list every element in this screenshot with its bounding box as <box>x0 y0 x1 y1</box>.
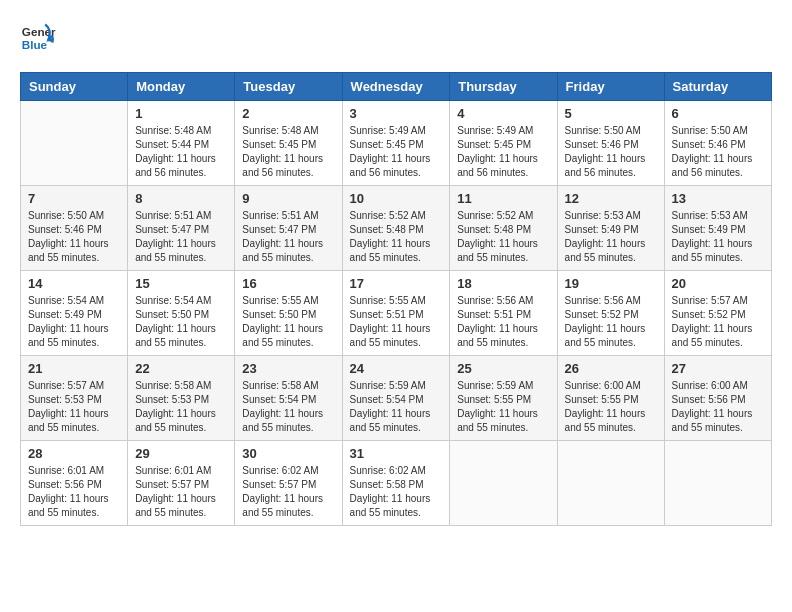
calendar-cell: 27Sunrise: 6:00 AM Sunset: 5:56 PM Dayli… <box>664 356 771 441</box>
day-info: Sunrise: 5:51 AM Sunset: 5:47 PM Dayligh… <box>242 209 334 265</box>
calendar-cell <box>557 441 664 526</box>
calendar-cell: 5Sunrise: 5:50 AM Sunset: 5:46 PM Daylig… <box>557 101 664 186</box>
calendar-cell: 21Sunrise: 5:57 AM Sunset: 5:53 PM Dayli… <box>21 356 128 441</box>
day-number: 20 <box>672 276 764 291</box>
calendar-cell: 9Sunrise: 5:51 AM Sunset: 5:47 PM Daylig… <box>235 186 342 271</box>
day-info: Sunrise: 5:59 AM Sunset: 5:55 PM Dayligh… <box>457 379 549 435</box>
day-number: 15 <box>135 276 227 291</box>
day-number: 29 <box>135 446 227 461</box>
day-info: Sunrise: 6:02 AM Sunset: 5:58 PM Dayligh… <box>350 464 443 520</box>
day-info: Sunrise: 5:57 AM Sunset: 5:53 PM Dayligh… <box>28 379 120 435</box>
day-info: Sunrise: 5:55 AM Sunset: 5:51 PM Dayligh… <box>350 294 443 350</box>
calendar-week-1: 1Sunrise: 5:48 AM Sunset: 5:44 PM Daylig… <box>21 101 772 186</box>
day-info: Sunrise: 5:48 AM Sunset: 5:44 PM Dayligh… <box>135 124 227 180</box>
calendar-cell <box>21 101 128 186</box>
logo: General Blue <box>20 20 60 56</box>
day-info: Sunrise: 5:49 AM Sunset: 5:45 PM Dayligh… <box>457 124 549 180</box>
day-info: Sunrise: 5:56 AM Sunset: 5:51 PM Dayligh… <box>457 294 549 350</box>
day-number: 19 <box>565 276 657 291</box>
day-info: Sunrise: 6:00 AM Sunset: 5:55 PM Dayligh… <box>565 379 657 435</box>
page-header: General Blue <box>20 20 772 56</box>
day-info: Sunrise: 6:01 AM Sunset: 5:56 PM Dayligh… <box>28 464 120 520</box>
calendar-week-4: 21Sunrise: 5:57 AM Sunset: 5:53 PM Dayli… <box>21 356 772 441</box>
day-number: 8 <box>135 191 227 206</box>
calendar-cell: 20Sunrise: 5:57 AM Sunset: 5:52 PM Dayli… <box>664 271 771 356</box>
calendar-cell: 10Sunrise: 5:52 AM Sunset: 5:48 PM Dayli… <box>342 186 450 271</box>
day-number: 18 <box>457 276 549 291</box>
day-number: 6 <box>672 106 764 121</box>
calendar-cell: 26Sunrise: 6:00 AM Sunset: 5:55 PM Dayli… <box>557 356 664 441</box>
day-info: Sunrise: 6:00 AM Sunset: 5:56 PM Dayligh… <box>672 379 764 435</box>
calendar-cell: 16Sunrise: 5:55 AM Sunset: 5:50 PM Dayli… <box>235 271 342 356</box>
calendar-cell: 2Sunrise: 5:48 AM Sunset: 5:45 PM Daylig… <box>235 101 342 186</box>
calendar-cell: 29Sunrise: 6:01 AM Sunset: 5:57 PM Dayli… <box>128 441 235 526</box>
calendar-cell: 31Sunrise: 6:02 AM Sunset: 5:58 PM Dayli… <box>342 441 450 526</box>
weekday-header-sunday: Sunday <box>21 73 128 101</box>
weekday-header-monday: Monday <box>128 73 235 101</box>
day-info: Sunrise: 5:50 AM Sunset: 5:46 PM Dayligh… <box>28 209 120 265</box>
day-number: 12 <box>565 191 657 206</box>
day-info: Sunrise: 5:48 AM Sunset: 5:45 PM Dayligh… <box>242 124 334 180</box>
calendar-cell: 22Sunrise: 5:58 AM Sunset: 5:53 PM Dayli… <box>128 356 235 441</box>
day-info: Sunrise: 5:54 AM Sunset: 5:49 PM Dayligh… <box>28 294 120 350</box>
calendar-cell <box>664 441 771 526</box>
calendar-cell: 25Sunrise: 5:59 AM Sunset: 5:55 PM Dayli… <box>450 356 557 441</box>
day-number: 17 <box>350 276 443 291</box>
calendar-cell: 11Sunrise: 5:52 AM Sunset: 5:48 PM Dayli… <box>450 186 557 271</box>
calendar-cell: 14Sunrise: 5:54 AM Sunset: 5:49 PM Dayli… <box>21 271 128 356</box>
calendar-cell: 28Sunrise: 6:01 AM Sunset: 5:56 PM Dayli… <box>21 441 128 526</box>
calendar-cell: 17Sunrise: 5:55 AM Sunset: 5:51 PM Dayli… <box>342 271 450 356</box>
calendar-header-row: SundayMondayTuesdayWednesdayThursdayFrid… <box>21 73 772 101</box>
day-number: 1 <box>135 106 227 121</box>
calendar-cell: 12Sunrise: 5:53 AM Sunset: 5:49 PM Dayli… <box>557 186 664 271</box>
day-number: 23 <box>242 361 334 376</box>
day-info: Sunrise: 6:02 AM Sunset: 5:57 PM Dayligh… <box>242 464 334 520</box>
day-number: 9 <box>242 191 334 206</box>
day-number: 14 <box>28 276 120 291</box>
day-info: Sunrise: 5:50 AM Sunset: 5:46 PM Dayligh… <box>672 124 764 180</box>
calendar-cell: 30Sunrise: 6:02 AM Sunset: 5:57 PM Dayli… <box>235 441 342 526</box>
day-info: Sunrise: 5:52 AM Sunset: 5:48 PM Dayligh… <box>350 209 443 265</box>
calendar-cell: 6Sunrise: 5:50 AM Sunset: 5:46 PM Daylig… <box>664 101 771 186</box>
calendar-week-3: 14Sunrise: 5:54 AM Sunset: 5:49 PM Dayli… <box>21 271 772 356</box>
day-number: 27 <box>672 361 764 376</box>
day-number: 5 <box>565 106 657 121</box>
calendar-cell: 23Sunrise: 5:58 AM Sunset: 5:54 PM Dayli… <box>235 356 342 441</box>
day-number: 16 <box>242 276 334 291</box>
day-number: 10 <box>350 191 443 206</box>
day-info: Sunrise: 5:57 AM Sunset: 5:52 PM Dayligh… <box>672 294 764 350</box>
day-info: Sunrise: 5:58 AM Sunset: 5:54 PM Dayligh… <box>242 379 334 435</box>
calendar-cell: 24Sunrise: 5:59 AM Sunset: 5:54 PM Dayli… <box>342 356 450 441</box>
day-number: 26 <box>565 361 657 376</box>
day-info: Sunrise: 5:58 AM Sunset: 5:53 PM Dayligh… <box>135 379 227 435</box>
weekday-header-friday: Friday <box>557 73 664 101</box>
day-info: Sunrise: 5:53 AM Sunset: 5:49 PM Dayligh… <box>565 209 657 265</box>
calendar-cell: 8Sunrise: 5:51 AM Sunset: 5:47 PM Daylig… <box>128 186 235 271</box>
calendar-cell: 18Sunrise: 5:56 AM Sunset: 5:51 PM Dayli… <box>450 271 557 356</box>
day-number: 11 <box>457 191 549 206</box>
weekday-header-wednesday: Wednesday <box>342 73 450 101</box>
calendar-week-2: 7Sunrise: 5:50 AM Sunset: 5:46 PM Daylig… <box>21 186 772 271</box>
day-number: 30 <box>242 446 334 461</box>
day-number: 3 <box>350 106 443 121</box>
day-number: 24 <box>350 361 443 376</box>
day-number: 21 <box>28 361 120 376</box>
calendar-cell: 7Sunrise: 5:50 AM Sunset: 5:46 PM Daylig… <box>21 186 128 271</box>
calendar-cell <box>450 441 557 526</box>
calendar-cell: 13Sunrise: 5:53 AM Sunset: 5:49 PM Dayli… <box>664 186 771 271</box>
weekday-header-tuesday: Tuesday <box>235 73 342 101</box>
day-number: 25 <box>457 361 549 376</box>
day-number: 4 <box>457 106 549 121</box>
weekday-header-saturday: Saturday <box>664 73 771 101</box>
calendar-table: SundayMondayTuesdayWednesdayThursdayFrid… <box>20 72 772 526</box>
day-info: Sunrise: 6:01 AM Sunset: 5:57 PM Dayligh… <box>135 464 227 520</box>
day-info: Sunrise: 5:54 AM Sunset: 5:50 PM Dayligh… <box>135 294 227 350</box>
day-number: 13 <box>672 191 764 206</box>
calendar-cell: 1Sunrise: 5:48 AM Sunset: 5:44 PM Daylig… <box>128 101 235 186</box>
calendar-cell: 15Sunrise: 5:54 AM Sunset: 5:50 PM Dayli… <box>128 271 235 356</box>
calendar-cell: 19Sunrise: 5:56 AM Sunset: 5:52 PM Dayli… <box>557 271 664 356</box>
svg-text:Blue: Blue <box>22 38 48 51</box>
day-info: Sunrise: 5:50 AM Sunset: 5:46 PM Dayligh… <box>565 124 657 180</box>
calendar-week-5: 28Sunrise: 6:01 AM Sunset: 5:56 PM Dayli… <box>21 441 772 526</box>
day-info: Sunrise: 5:52 AM Sunset: 5:48 PM Dayligh… <box>457 209 549 265</box>
